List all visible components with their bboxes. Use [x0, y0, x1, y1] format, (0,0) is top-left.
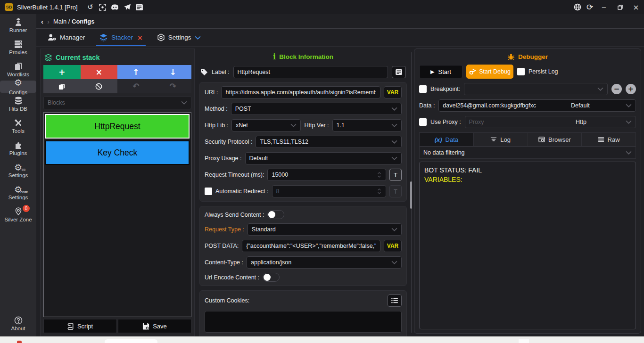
auto-redirect-input[interactable]: 8: [272, 185, 386, 197]
start-debug-button[interactable]: Start Debug: [466, 65, 513, 79]
request-timeout-type-button[interactable]: T: [389, 169, 402, 181]
debug-log[interactable]: BOT STATUS: FAIL VARIABLES:: [419, 162, 636, 329]
blocks-dropdown[interactable]: Blocks: [43, 96, 191, 109]
data-filter-select[interactable]: No data filtering: [419, 147, 636, 159]
label-input[interactable]: [233, 66, 388, 78]
disable-block-button[interactable]: [81, 79, 118, 93]
auto-redirect-checkbox[interactable]: [205, 188, 212, 195]
close-button[interactable]: ×: [628, 0, 644, 14]
sidebar-item-settings-sb[interactable]: ⚙SB Settings: [0, 159, 36, 181]
post-data-var-button[interactable]: VAR: [384, 240, 402, 252]
data-input[interactable]: davel254@gmail.com:kugkgdfbgfxc Default: [438, 99, 636, 112]
proxy-type[interactable]: Http: [576, 119, 623, 125]
custom-cookies-textarea[interactable]: [205, 311, 402, 333]
request-timeout-input[interactable]: 15000: [267, 169, 386, 181]
sync-icon[interactable]: ⟳: [584, 2, 596, 12]
prohibit-icon: [95, 83, 102, 90]
restore-button[interactable]: [612, 0, 628, 14]
discord-icon[interactable]: [109, 2, 121, 12]
start-button[interactable]: ▶ Start: [419, 65, 462, 78]
label-notes-button[interactable]: [392, 66, 406, 78]
proxy-usage-value: Default: [249, 155, 388, 162]
script-button[interactable]: Script: [43, 319, 117, 333]
number-spinner-icon[interactable]: [377, 171, 382, 179]
content-type-value: application/json: [251, 259, 388, 266]
scrollbar-thumb[interactable]: [410, 181, 412, 209]
tab-manager[interactable]: Manager: [42, 29, 91, 46]
telegram-icon[interactable]: [121, 2, 133, 12]
chevron-down-icon: [195, 36, 201, 40]
redo-button[interactable]: ↷: [155, 79, 192, 93]
http-lib-select[interactable]: xNet: [231, 119, 301, 131]
sidebar-item-hits-db[interactable]: Hits DB: [0, 93, 36, 115]
block-information-title: Block Information: [279, 53, 333, 60]
sidebar-item-label: Silver Zone: [4, 217, 32, 222]
content: Current stack + × ↑ ↓ ↶ ↷ Blocks: [36, 47, 644, 336]
http-ver-value: 1.1: [337, 122, 388, 129]
proxies-icon: [14, 40, 23, 49]
move-down-button[interactable]: ↓: [155, 65, 192, 79]
request-type-row: Request Type : Standard: [205, 223, 402, 236]
block-keycheck[interactable]: Key Check: [45, 140, 190, 165]
request-settings-group: URL: VAR Method : POST Http Lib : xNet: [199, 82, 407, 202]
chevron-down-icon: [626, 120, 632, 124]
delete-block-button[interactable]: ×: [81, 65, 118, 79]
location-pin-icon: [15, 207, 22, 216]
breakpoint-caption: Breakpoint:: [430, 86, 460, 92]
debugger-tab-raw[interactable]: Raw: [582, 133, 636, 146]
nav-forward-icon[interactable]: ›: [47, 17, 50, 25]
sidebar-item-settings-core[interactable]: ⚙CORE Settings: [0, 181, 36, 204]
method-value: POST: [235, 106, 388, 112]
current-stack-header: Current stack: [41, 49, 194, 65]
undo-button[interactable]: ↶: [117, 79, 155, 93]
sidebar-item-tools[interactable]: Tools: [0, 115, 36, 137]
security-protocol-select[interactable]: TLS,TLS11,TLS12: [256, 136, 402, 148]
add-block-button[interactable]: +: [43, 65, 81, 79]
minimize-button[interactable]: ─: [596, 0, 612, 14]
debugger-tab-log[interactable]: Log: [474, 133, 528, 146]
stack-toolbar-row2: ↶ ↷: [43, 79, 191, 93]
request-type-select[interactable]: Standard: [248, 223, 402, 236]
url-input[interactable]: [221, 86, 380, 98]
data-wordlist-type[interactable]: Default: [571, 102, 623, 109]
capture-icon[interactable]: [97, 2, 109, 12]
add-breakpoint-button[interactable]: +: [626, 84, 636, 94]
auto-redirect-type-button[interactable]: T: [389, 185, 402, 197]
sidebar-item-configs[interactable]: ⚙ Configs: [0, 81, 36, 93]
persist-log-checkbox[interactable]: [517, 68, 525, 75]
clone-block-button[interactable]: [43, 79, 81, 93]
url-encode-toggle[interactable]: [263, 273, 280, 282]
remove-breakpoint-button[interactable]: −: [611, 84, 622, 94]
sidebar-item-plugins[interactable]: Plugins: [0, 137, 36, 159]
use-proxy-checkbox[interactable]: [419, 118, 427, 126]
save-button[interactable]: Save: [118, 319, 191, 333]
always-send-toggle[interactable]: [267, 210, 284, 219]
http-ver-select[interactable]: 1.1: [332, 119, 402, 131]
proxy-input[interactable]: Proxy Http: [465, 116, 636, 128]
proxy-usage-select[interactable]: Default: [245, 152, 402, 164]
number-spinner-icon[interactable]: [377, 188, 382, 195]
method-select[interactable]: POST: [231, 103, 402, 115]
tab-stacker[interactable]: Stacker ×: [93, 29, 149, 46]
breakpoint-checkbox[interactable]: [419, 85, 427, 93]
sidebar-item-proxies[interactable]: Proxies: [0, 36, 36, 58]
sidebar-item-runner[interactable]: Runner: [0, 14, 36, 36]
sidebar-item-silver-zone[interactable]: 0 Silver Zone: [0, 204, 36, 226]
tab-bar: Manager Stacker × Settings: [36, 29, 644, 47]
url-var-button[interactable]: VAR: [384, 86, 402, 98]
tab-close-icon[interactable]: ×: [137, 34, 143, 41]
post-data-input[interactable]: [242, 240, 380, 252]
history-icon[interactable]: ↺: [84, 2, 97, 12]
sidebar-item-about[interactable]: About: [0, 312, 36, 335]
breakpoint-select[interactable]: [464, 83, 608, 95]
block-httprequest[interactable]: HttpRequest: [45, 114, 190, 139]
content-type-select[interactable]: application/json: [247, 256, 402, 269]
debugger-tab-browser[interactable]: Browser: [528, 133, 582, 146]
tab-settings[interactable]: Settings: [151, 29, 206, 46]
globe-icon[interactable]: [571, 2, 584, 12]
nav-back-icon[interactable]: ‹: [41, 17, 43, 25]
move-up-button[interactable]: ↑: [117, 65, 155, 79]
debugger-tab-data[interactable]: (x) Data: [420, 133, 474, 146]
cookies-list-button[interactable]: [388, 294, 402, 307]
notes-icon[interactable]: [133, 2, 146, 12]
